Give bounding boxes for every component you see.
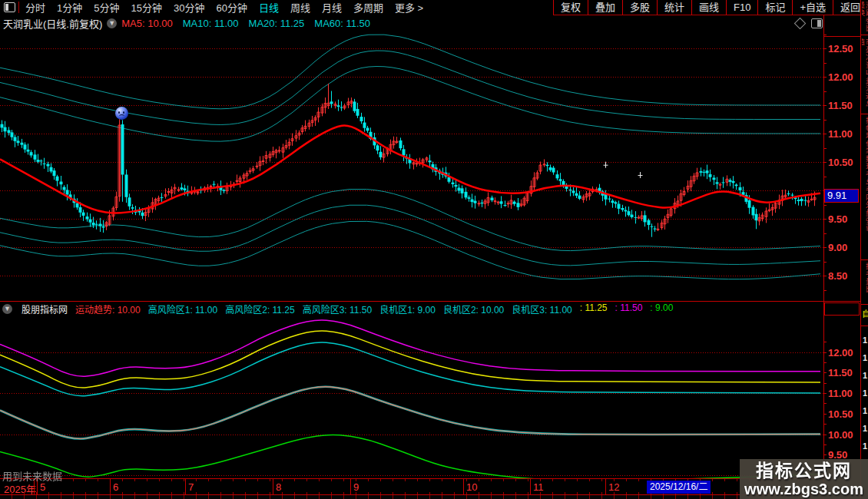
sidebar-clipped-text: 市盈净资收益流通总值 [862, 38, 868, 112]
month-label-11: 11 [530, 479, 561, 494]
indicator-value: 良机区2: 10.00 [443, 302, 504, 316]
indicator-value: : 11.50 [615, 302, 643, 316]
sidebar-clipped-text: 换手量比 [862, 263, 868, 301]
toolbar-button-统计[interactable]: 统计 [657, 0, 691, 15]
tab-5分钟[interactable]: 5分钟 [94, 0, 119, 15]
indicator-value: 良机区3: 11.00 [512, 302, 571, 316]
tab-1分钟[interactable]: 1分钟 [57, 0, 82, 15]
period-tabs: 分时1分钟5分钟15分钟30分钟60分钟日线周线月线多周期更多 > [25, 0, 423, 15]
axis-label-10.50: 10.50 [828, 408, 853, 420]
indicator-value: 高风险区1: 11.00 [148, 302, 217, 316]
month-label-9: 9 [350, 479, 381, 494]
tab-15分钟[interactable]: 15分钟 [131, 0, 161, 15]
sidebar-divider [861, 326, 868, 326]
tab-日线[interactable]: 日线 [259, 0, 279, 15]
month-label-10: 10 [463, 479, 494, 494]
axis-top-line [823, 36, 860, 37]
timeline-bar: 2025年 2025/12/16/二 56789101112 [0, 478, 823, 495]
current-date-badge: 2025/12/16/二 [647, 481, 711, 494]
tab-月线[interactable]: 月线 [322, 0, 342, 15]
toolbar-button-F10[interactable]: F10 [726, 0, 757, 15]
tab-多周期[interactable]: 多周期 [353, 0, 383, 15]
indicator-header: ▼ 股朋指标网 运动趋势: 10.00高风险区1: 11.00高风险区2: 11… [0, 302, 823, 316]
axis-label-11.50: 11.50 [828, 100, 853, 111]
tab-30分钟[interactable]: 30分钟 [174, 0, 204, 15]
sidebar-price-digit: 1 [863, 441, 867, 451]
sidebar-price-digit: 1 [863, 371, 867, 380]
main-price-axis: 12.5012.0011.5011.0010.509.509.008.5012.… [823, 31, 860, 478]
toolbar-button-叠加[interactable]: 叠加 [588, 0, 622, 15]
indicator-values: 运动趋势: 10.00高风险区1: 11.00高风险区2: 11.25高风险区3… [75, 302, 673, 316]
ma-value: MA20: 11.25 [249, 18, 305, 29]
ma-value: MA10: 11.00 [183, 18, 239, 29]
tab-60分钟[interactable]: 60分钟 [216, 0, 247, 15]
indicator-value: : 9.00 [650, 302, 673, 316]
watermark-title: 指标公式网 [756, 461, 852, 481]
indicator-source-label[interactable]: 股朋指标网 [22, 302, 68, 316]
axis-label-10.00: 10.00 [828, 429, 853, 441]
period-tabbar: 分时1分钟5分钟15分钟30分钟60分钟日线周线月线多周期更多 > 复权叠加多股… [0, 0, 868, 15]
axis-label-11.50: 11.50 [828, 367, 853, 378]
month-label-6: 6 [110, 479, 141, 494]
axis-divider-line [823, 15, 824, 495]
tab-分时[interactable]: 分时 [25, 0, 45, 15]
sidebar-price-digit: 1 [863, 424, 867, 433]
future-data-warning: 用到未来数据 [2, 468, 62, 483]
watermark-box: 指标公式网 www.zbgs3.com [740, 459, 868, 499]
divider [18, 2, 19, 13]
sidebar-clipped-text: 涨跌委比量换 [862, 2, 868, 34]
chevron-down-icon[interactable]: ▼ [107, 18, 117, 28]
tab-更多 >[interactable]: 更多 > [395, 0, 423, 15]
axis-label-11.00: 11.00 [828, 128, 853, 140]
toolbar-button-画线[interactable]: 画线 [691, 0, 726, 15]
indicator-value: : 11.25 [580, 302, 608, 316]
trading-app-window: 分时1分钟5分钟15分钟30分钟60分钟日线周线月线多周期更多 > 复权叠加多股… [0, 0, 868, 499]
axis-label-12.50: 12.50 [828, 43, 853, 55]
sidebar-divider [861, 35, 868, 35]
stock-title[interactable]: 天润乳业(日线.前复权) [3, 16, 102, 31]
axis-label-9.00: 9.00 [828, 242, 847, 253]
year-label: 2025年 [4, 481, 36, 496]
sidebar-price-digit: 1 [863, 388, 867, 398]
toolbar-button-多股[interactable]: 多股 [622, 0, 657, 15]
tab-周线[interactable]: 周线 [290, 0, 310, 15]
indicator-value: 高风险区2: 11.25 [225, 302, 294, 316]
axis-header-red-box [824, 302, 860, 316]
sidebar-divider [861, 114, 868, 114]
watermark-url: www.zbgs3.com [744, 481, 863, 497]
toolbar-buttons: 复权叠加多股统计画线F10标记+自选返回 [553, 0, 868, 15]
axis-label-9.50: 9.50 [828, 213, 847, 225]
axis-label-12.00: 12.00 [828, 71, 853, 83]
axis-label-11.00: 11.00 [828, 388, 853, 399]
chevron-down-icon[interactable]: ▼ [2, 304, 12, 314]
toolbar-button-标记[interactable]: 标记 [757, 0, 792, 15]
bottom-partial-row [0, 495, 868, 499]
indicator-value: 良机区1: 9.00 [379, 302, 436, 316]
axis-label-10.50: 10.50 [828, 157, 853, 168]
indicator-band-chart[interactable] [0, 316, 823, 478]
right-sidebar-clipped[interactable]: 涨跌委比量换市盈净资收益流通总值振幅均价笔数现手总手内外盘强弱换手量比自1111… [860, 0, 868, 499]
month-label-12: 12 [605, 479, 636, 494]
main-candlestick-chart[interactable] [0, 31, 823, 301]
sad-face-marker [115, 107, 128, 120]
ma-values: MA5: 10.00MA10: 11.00MA20: 11.25MA60: 11… [121, 18, 370, 29]
sidebar-divider [861, 259, 868, 260]
indicator-value: 运动趋势: 10.00 [75, 302, 141, 316]
indicator-value: 高风险区3: 11.50 [303, 302, 372, 316]
current-price-badge: 9.91 [824, 189, 859, 203]
sidebar-price-digit: 1 [863, 335, 867, 345]
month-label-8: 8 [273, 479, 303, 494]
window-split-icon[interactable] [811, 18, 823, 28]
layout-split-icon[interactable] [4, 2, 15, 12]
toolbar-button-+自选[interactable]: +自选 [792, 0, 833, 15]
axis-label-8.50: 8.50 [828, 270, 847, 282]
ma-value: MA5: 10.00 [121, 18, 173, 29]
ma-value: MA60: 11.50 [314, 18, 370, 29]
chart-title-row: 天润乳业(日线.前复权) ▼ MA5: 10.00MA10: 11.00MA20… [0, 15, 823, 31]
sidebar-divider [861, 304, 868, 305]
toolbar-button-复权[interactable]: 复权 [553, 0, 588, 15]
axis-label-12.00: 12.00 [828, 347, 853, 359]
month-label-7: 7 [185, 479, 216, 494]
sidebar-price-digit: 1 [863, 406, 867, 415]
sidebar-tab-self[interactable]: 自 [862, 307, 868, 319]
